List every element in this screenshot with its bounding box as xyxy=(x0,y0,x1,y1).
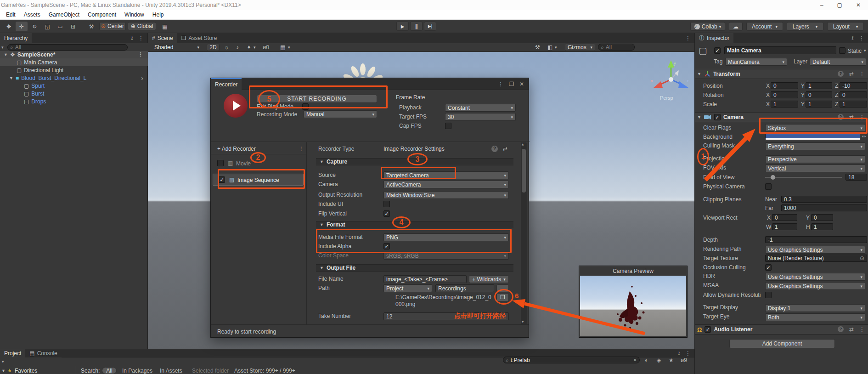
recorder-maximize-icon[interactable]: ❐ xyxy=(509,81,514,87)
lock-icon[interactable]: ⚷ xyxy=(130,35,134,40)
path-folder-input[interactable]: Recordings xyxy=(435,284,494,292)
menu-help[interactable]: Help xyxy=(148,10,168,20)
scene-tools-icon[interactable]: ⚒ xyxy=(535,44,540,51)
create-menu-icon[interactable]: ▾ xyxy=(2,359,4,364)
culling-mask-dropdown[interactable]: Everything▾ xyxy=(765,142,865,150)
recording-mode-dropdown[interactable]: Manual▾ xyxy=(304,110,377,118)
path-root-dropdown[interactable]: Project▾ xyxy=(383,284,432,292)
scope-selected-folder[interactable]: Selected folder xyxy=(192,368,229,374)
hidden-count[interactable]: ø9 xyxy=(681,357,687,363)
inspector-menu-icon[interactable]: ⋮ xyxy=(859,35,864,41)
asset-store-count[interactable]: Asset Store: 999+ / 999+ xyxy=(234,368,295,374)
effects-caret-icon[interactable]: ▾ xyxy=(254,45,256,50)
position-y-field[interactable]: 1 xyxy=(806,82,832,89)
scene-camera-icon[interactable]: ◧ xyxy=(547,44,552,51)
rotation-z-field[interactable]: 0 xyxy=(840,91,867,98)
hierarchy-menu-icon[interactable]: ⋮ xyxy=(138,35,144,41)
settings-scrollbar[interactable]: ▾ ▾ xyxy=(521,142,527,324)
expand-icon[interactable]: ▼ xyxy=(4,52,8,57)
custom-tool-icon[interactable]: ⚒ xyxy=(85,22,97,31)
audio-toggle-icon[interactable]: ♪ xyxy=(236,44,239,51)
search-by-type-icon[interactable]: ◐ xyxy=(645,357,648,363)
target-texture-field[interactable]: None (Render Texture) ⊙ xyxy=(765,255,867,262)
tab-console[interactable]: ▤ Console xyxy=(25,349,61,357)
recorder-close-icon[interactable]: ✕ xyxy=(519,81,524,87)
grid-caret-icon[interactable]: ▾ xyxy=(288,45,290,50)
eyedropper-icon[interactable]: ✏ xyxy=(862,134,866,140)
viewport-y-field[interactable]: 0 xyxy=(811,214,833,221)
background-color-field[interactable] xyxy=(765,134,860,140)
static-caret-icon[interactable]: ▾ xyxy=(864,48,866,53)
allow-dynamic-resolution-checkbox[interactable] xyxy=(765,292,772,298)
tab-hierarchy[interactable]: Hierarchy xyxy=(0,33,32,43)
scene-panel-menu-icon[interactable]: ⋮ xyxy=(685,35,694,41)
audio-listener-checkbox[interactable]: ✓ xyxy=(705,326,711,333)
scope-in-assets[interactable]: In Assets xyxy=(160,368,182,374)
project-search-input[interactable]: ⌕ t:Prefab ✕ xyxy=(503,357,640,363)
preset-icon[interactable]: ⇄ xyxy=(849,71,854,77)
target-eye-dropdown[interactable]: Both▾ xyxy=(765,313,865,321)
hierarchy-search-input[interactable]: ⌕ All xyxy=(7,44,128,51)
wildcards-button[interactable]: + Wildcards▾ xyxy=(469,275,509,283)
audio-listener-header[interactable]: Ω ✓ Audio Listener ? ⇄ ⋮ xyxy=(695,324,868,334)
move-tool-icon[interactable]: ✛ xyxy=(16,22,28,31)
movie-checkbox[interactable] xyxy=(217,160,224,166)
close-icon[interactable]: ✕ xyxy=(856,2,861,8)
position-z-field[interactable]: -10 xyxy=(840,82,867,89)
gizmos-dropdown[interactable]: Gizmos▾ xyxy=(565,44,595,51)
hdr-dropdown[interactable]: Use Graphics Settings▾ xyxy=(765,273,865,281)
menu-gameobject[interactable]: GameObject xyxy=(45,10,84,20)
scope-all-button[interactable]: All xyxy=(102,367,117,374)
viewport-w-field[interactable]: 1 xyxy=(772,223,797,230)
component-menu-icon[interactable]: ⋮ xyxy=(859,71,865,77)
slider-knob[interactable] xyxy=(771,175,775,180)
scene-search-input[interactable]: ⌕ All xyxy=(598,44,635,51)
clear-search-icon[interactable]: ✕ xyxy=(633,357,637,363)
layers-button[interactable]: Layers▾ xyxy=(787,22,823,31)
scale-tool-icon[interactable]: ◱ xyxy=(41,22,53,31)
hierarchy-item-drops[interactable]: ▢ Drops xyxy=(0,97,148,105)
scrollbar-thumb[interactable] xyxy=(522,149,526,193)
field-of-view-value[interactable]: 18 xyxy=(845,174,867,181)
projection-mode-label[interactable]: Persp xyxy=(660,95,673,101)
scale-y-field[interactable]: 1 xyxy=(806,101,832,108)
gameobject-name-input[interactable]: Main Camera xyxy=(724,46,836,54)
layout-button[interactable]: Layout▾ xyxy=(827,22,864,31)
camera-dropdown[interactable]: ActiveCamera▾ xyxy=(383,181,509,188)
far-field[interactable]: 1000 xyxy=(781,204,867,211)
minimize-icon[interactable]: – xyxy=(820,2,823,8)
tab-project[interactable]: Project xyxy=(0,349,25,357)
gameobject-active-checkbox[interactable]: ✓ xyxy=(714,47,721,54)
format-section-header[interactable]: ▼Format xyxy=(316,221,513,228)
output-resolution-dropdown[interactable]: Match Window Size▾ xyxy=(383,191,509,199)
include-ui-checkbox[interactable] xyxy=(383,201,390,207)
project-menu-icon[interactable]: ⋮ xyxy=(685,350,691,357)
rotate-tool-icon[interactable]: ↻ xyxy=(28,22,40,31)
pivot-toggle-button[interactable]: ⊙ Center xyxy=(99,22,126,30)
preset-icon[interactable]: ⇄ xyxy=(849,326,854,333)
tab-recorder[interactable]: Recorder xyxy=(211,78,242,90)
object-picker-icon[interactable]: ⊙ xyxy=(860,255,864,261)
account-button[interactable]: Account▾ xyxy=(746,22,783,31)
favorites-label[interactable]: Favorites xyxy=(15,368,37,374)
rotation-y-field[interactable]: 0 xyxy=(806,91,832,98)
add-component-button[interactable]: Add Component xyxy=(729,339,835,348)
menu-assets[interactable]: Assets xyxy=(20,10,45,20)
scope-in-packages[interactable]: In Packages xyxy=(122,368,152,374)
field-of-view-slider[interactable] xyxy=(765,177,842,178)
scroll-down-icon[interactable]: ▾ xyxy=(522,319,524,324)
position-x-field[interactable]: 0 xyxy=(771,82,798,89)
msaa-dropdown[interactable]: Use Graphics Settings▾ xyxy=(765,282,865,290)
camera-caret-icon[interactable]: ▾ xyxy=(555,45,557,50)
shading-mode-dropdown[interactable]: Shaded▾ xyxy=(152,44,202,51)
search-by-label-icon[interactable]: ◈ xyxy=(657,357,661,363)
occlusion-culling-checkbox[interactable]: ✓ xyxy=(765,264,772,271)
help-icon[interactable]: ? xyxy=(491,146,498,152)
flip-vertical-checkbox[interactable]: ✓ xyxy=(383,210,390,217)
prefab-open-icon[interactable]: › xyxy=(141,74,148,82)
2d-toggle-button[interactable]: 2D xyxy=(207,44,220,51)
viewport-h-field[interactable]: 1 xyxy=(811,223,833,230)
expand-icon[interactable]: ▼ xyxy=(9,76,13,80)
tag-dropdown[interactable]: MainCamera▾ xyxy=(725,58,787,66)
menu-component[interactable]: Component xyxy=(84,10,120,20)
